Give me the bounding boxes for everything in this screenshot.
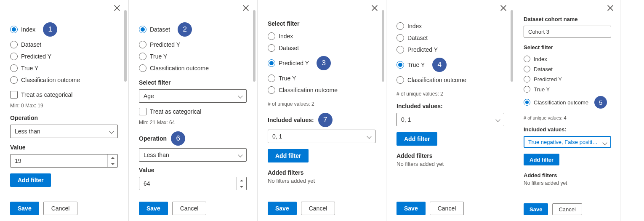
radio-label: Index [407,23,422,29]
radio-icon [524,66,530,72]
radio-label: Classification outcome [21,77,80,83]
radio-label: Dataset [407,35,428,41]
radio-label: True Y [534,86,550,93]
included-values-select[interactable]: 0, 1 [397,113,504,126]
radio-true-y[interactable]: True Y 4 [397,56,505,74]
chevron-down-icon [238,152,243,157]
radio-predicted-y[interactable]: Predicted Y [397,44,505,56]
select-value: 0, 1 [272,133,282,140]
filter-type-radiogroup: Index Dataset Predicted Y 3 True Y Class… [268,30,376,96]
select-value: Less than [15,128,40,135]
radio-predicted-y[interactable]: Predicted Y [10,51,118,62]
scrollbar[interactable] [511,10,513,82]
radio-classification-outcome[interactable]: Classification outcome [268,84,376,96]
radio-icon [524,86,530,93]
radio-label: Classification outcome [150,65,209,72]
radio-label: Index [21,26,35,33]
spinner-down[interactable] [108,161,117,167]
radio-dataset[interactable]: Dataset [10,39,118,51]
radio-label: Predicted Y [279,60,309,67]
radio-icon [268,59,275,67]
radio-icon [524,76,530,83]
radio-true-y[interactable]: True Y [268,72,376,84]
radio-predicted-y[interactable]: Predicted Y [524,74,612,84]
cancel-button[interactable]: Cancel [172,202,207,215]
filter-type-radiogroup: Index Dataset Predicted Y True Y 4 Class… [397,20,505,86]
radio-icon [524,99,530,106]
radio-classification-outcome[interactable]: Classification outcome 5 [524,94,612,110]
value-label: Value [10,144,118,151]
add-filter-button[interactable]: Add filter [10,173,51,187]
radio-predicted-y[interactable]: Predicted Y [139,39,247,51]
radio-true-y[interactable]: True Y [524,84,612,94]
chevron-down-icon [495,117,500,122]
feature-select[interactable]: Age [139,89,247,103]
treat-as-categorical-checkbox[interactable]: Treat as categorical [139,108,247,115]
panel-footer: Save Cancel [258,197,386,215]
chevron-down-icon [238,93,243,99]
included-values-label: Included values: [268,117,314,123]
select-value: Less than [144,152,169,158]
cohort-name-input[interactable]: Cohort 3 [524,26,611,37]
included-values-label: Included values: [397,103,505,109]
cancel-button[interactable]: Cancel [430,202,464,215]
add-filter-button[interactable]: Add filter [524,154,559,165]
step-badge-3: 3 [317,56,331,70]
included-values-select[interactable]: 0, 1 [268,130,375,143]
minmax-hint: Min: 0 Max: 19 [10,103,118,109]
radio-icon [397,34,404,42]
filter-type-radiogroup: Index Dataset Predicted Y True Y Classif… [524,54,612,110]
radio-icon [397,76,404,84]
value-spinner[interactable]: 64 [139,177,247,190]
panel-body: Index 1 Dataset Predicted Y True Y Class… [0,6,128,197]
select-filter-label: Select filter [524,44,612,51]
cohort-name-label: Dataset cohort name [524,16,612,22]
cancel-button[interactable]: Cancel [43,202,78,215]
scrollbar[interactable] [382,10,384,82]
checkbox-icon [10,91,18,99]
radio-index[interactable]: Index [268,30,376,42]
operation-select[interactable]: Less than [139,148,247,162]
radio-true-y[interactable]: True Y [10,62,118,74]
radio-index[interactable]: Index 1 [10,20,118,39]
filter-type-radiogroup: Index 1 Dataset Predicted Y True Y Class… [10,20,118,86]
radio-dataset[interactable]: Dataset [397,32,505,44]
radio-icon [524,56,530,62]
radio-label: True Y [150,53,167,60]
add-filter-button[interactable]: Add filter [397,132,437,146]
chevron-down-icon [367,134,372,139]
add-filter-button[interactable]: Add filter [268,149,309,162]
included-values-select[interactable]: True negative, False positive, False neg… [524,136,611,148]
radio-predicted-y[interactable]: Predicted Y 3 [268,54,376,72]
radio-dataset[interactable]: Dataset 2 [139,20,247,39]
radio-index[interactable]: Index [397,20,505,32]
save-button[interactable]: Save [268,202,297,215]
cancel-button[interactable]: Cancel [552,203,582,215]
value-spinner[interactable]: 19 [10,154,118,168]
scrollbar[interactable] [124,10,127,82]
operation-select[interactable]: Less than [10,125,118,138]
spinner-down[interactable] [237,184,246,190]
radio-icon [139,53,146,60]
panel-body: Select filter Index Dataset Predicted Y … [258,6,386,197]
radio-true-y[interactable]: True Y [139,51,247,62]
radio-icon [10,64,18,72]
radio-icon [10,26,18,33]
radio-classification-outcome[interactable]: Classification outcome [397,74,505,86]
save-button[interactable]: Save [397,202,426,215]
save-button[interactable]: Save [139,202,168,215]
cancel-button[interactable]: Cancel [301,202,335,215]
radio-index[interactable]: Index [524,54,612,64]
scrollbar[interactable] [253,10,255,82]
panel-footer: Save Cancel [386,197,515,215]
spinner-up[interactable] [237,177,246,184]
spinner-up[interactable] [108,154,117,161]
radio-dataset[interactable]: Dataset [268,42,376,54]
radio-classification-outcome[interactable]: Classification outcome [139,62,247,74]
treat-as-categorical-checkbox[interactable]: Treat as categorical [10,91,118,99]
panel-classification-outcome: Dataset cohort name Cohort 3 Select filt… [515,0,620,221]
save-button[interactable]: Save [10,202,39,215]
save-button[interactable]: Save [524,203,548,215]
radio-dataset[interactable]: Dataset [524,64,612,74]
radio-classification-outcome[interactable]: Classification outcome [10,74,118,86]
